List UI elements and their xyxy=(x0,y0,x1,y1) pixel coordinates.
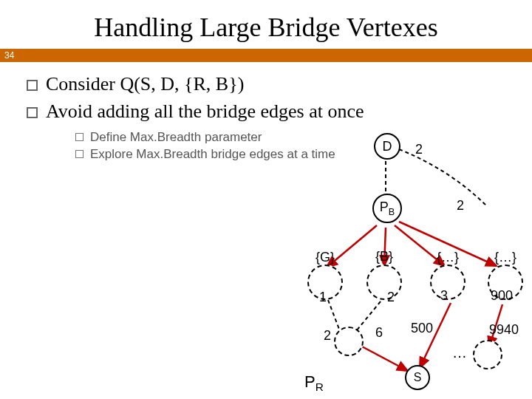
node-dots-2 xyxy=(488,265,523,300)
subbullet-explore: Explore Max.Breadth bridge edges at a ti… xyxy=(75,146,517,163)
weight-g-1: 1 xyxy=(319,290,327,305)
bullet-avoid-text: Avoid adding all the bridge edges at onc… xyxy=(46,100,364,122)
svg-line-1 xyxy=(384,228,386,266)
slide-title: Handling Large Bridge Vertexes xyxy=(0,0,532,49)
node-far-right xyxy=(473,340,502,369)
weight-b-2: 2 xyxy=(387,290,395,305)
weight-pb-unknown: 2 xyxy=(457,198,464,214)
weight-d2-900: 900 xyxy=(491,288,513,304)
node-s: S xyxy=(405,365,430,390)
svg-line-3 xyxy=(399,222,497,266)
weight-500: 500 xyxy=(411,321,433,336)
node-g-set xyxy=(307,265,343,300)
svg-line-5 xyxy=(420,303,451,368)
svg-line-0 xyxy=(327,225,377,267)
subbullet-define: Define Max.Breadth parameter xyxy=(75,129,517,146)
weight-d1-3: 3 xyxy=(440,288,448,304)
label-g-set: {G} xyxy=(309,250,341,265)
weight-g-low: 2 xyxy=(324,328,331,344)
weight-9940: 9940 xyxy=(489,322,519,338)
content-area: Consider Q(S, D, {R, B}) Avoid adding al… xyxy=(0,62,532,163)
node-dots-1 xyxy=(430,265,466,300)
bullet-consider: Consider Q(S, D, {R, B}) xyxy=(27,72,517,97)
label-ellipsis: … xyxy=(452,344,467,361)
weight-six: 6 xyxy=(375,325,383,341)
page-number-bar: 34 xyxy=(0,49,532,62)
svg-line-6 xyxy=(489,304,502,347)
label-pr: PR xyxy=(304,372,324,394)
svg-line-4 xyxy=(361,346,408,371)
node-pb: PB xyxy=(372,194,402,223)
node-b-set xyxy=(366,265,402,300)
svg-line-2 xyxy=(395,225,445,266)
label-dots-2: {…} xyxy=(488,250,523,265)
label-dots-1: {…} xyxy=(430,250,466,265)
label-b-set: {B} xyxy=(368,250,400,263)
bullet-avoid: Avoid adding all the bridge edges at onc… xyxy=(27,100,517,163)
node-lower xyxy=(334,327,364,356)
node-pb-label: PB xyxy=(380,200,395,217)
